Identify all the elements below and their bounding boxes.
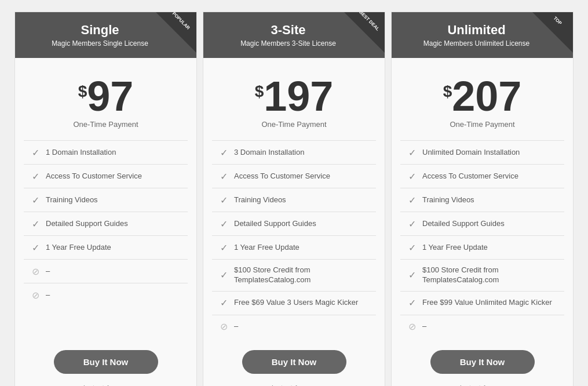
price-display: $207: [443, 75, 522, 117]
feature-item: ✓Access To Customer Service: [400, 164, 564, 188]
price-section: $197One-Time Payment: [243, 58, 345, 140]
feature-item: ✓$100 Store Credit from TemplatesCatalog…: [400, 259, 564, 291]
feature-item: ✓$100 Store Credit from TemplatesCatalog…: [212, 259, 376, 291]
feature-text: Detailed Support Guides: [46, 219, 182, 229]
features-list: ✓3 Domain Installation✓Access To Custome…: [203, 140, 385, 338]
check-icon: ✓: [406, 297, 418, 309]
disabled-icon: ⊘: [30, 289, 41, 301]
feature-text: –: [234, 322, 370, 332]
feature-text: $100 Store Credit from TemplatesCatalog.…: [422, 265, 558, 285]
feature-text: –: [46, 290, 182, 300]
check-icon: ✓: [406, 242, 418, 253]
plan-subtitle: Magic Members Single License: [27, 39, 173, 48]
badge-text: POPULAR: [169, 12, 193, 34]
btn-section: Buy It Now: [203, 338, 385, 380]
price-section: $207One-Time Payment: [432, 58, 534, 140]
feature-text: $100 Store Credit from TemplatesCatalog.…: [234, 265, 370, 285]
check-icon: ✓: [30, 147, 41, 158]
price-display: $197: [255, 75, 334, 117]
check-icon: ✓: [218, 194, 229, 206]
price-display: $97: [73, 75, 138, 117]
price-amount: 197: [264, 75, 333, 117]
check-icon: ✓: [30, 218, 41, 230]
disabled-icon: ⊘: [218, 321, 229, 333]
feature-item: ✓Training Videos: [400, 188, 564, 212]
feature-item: ⊘–: [24, 283, 188, 307]
feature-text: Access To Customer Service: [422, 172, 558, 181]
pricing-card-three-site: 3-SiteMagic Members 3-Site LicenseBEST D…: [203, 12, 385, 386]
card-header-single: SingleMagic Members Single LicensePOPULA…: [15, 12, 196, 58]
feature-text: 3 Domain Installation: [234, 148, 370, 158]
badge-ribbon: BEST DEAL: [344, 12, 385, 53]
feature-item: ✓Detailed Support Guides: [400, 212, 564, 235]
feature-item: ✓1 Year Free Update: [24, 235, 188, 259]
check-icon: ✓: [218, 270, 229, 281]
plan-subtitle: Magic Members Unlimited License: [403, 39, 550, 48]
feature-text: Training Videos: [46, 195, 182, 205]
check-icon: ✓: [406, 147, 418, 158]
check-icon: ✓: [406, 218, 418, 230]
feature-item: ✓1 Year Free Update: [212, 235, 376, 259]
feature-item: ✓Detailed Support Guides: [212, 212, 376, 235]
feature-text: 1 Year Free Update: [46, 243, 182, 253]
plan-name: Unlimited: [403, 23, 550, 38]
check-icon: ✓: [406, 270, 418, 281]
pricing-table: SingleMagic Members Single LicensePOPULA…: [12, 12, 576, 386]
plan-name: Single: [27, 23, 173, 38]
feature-item: ✓1 Year Free Update: [400, 235, 564, 259]
feature-text: 1 Domain Installation: [46, 148, 182, 158]
badge-text: BEST DEAL: [357, 12, 382, 34]
features-list: ✓Unlimited Domain Installation✓Access To…: [392, 140, 573, 338]
feature-text: Free $69 Value 3 Users Magic Kicker: [234, 298, 370, 308]
price-label: One-Time Payment: [255, 120, 334, 129]
plan-name: 3-Site: [215, 23, 361, 38]
buy-button-three-site[interactable]: Buy It Now: [242, 350, 346, 374]
feature-item: ✓Training Videos: [24, 188, 188, 212]
feature-item: ✓Detailed Support Guides: [24, 212, 188, 235]
feature-text: Detailed Support Guides: [234, 219, 370, 229]
feature-text: –: [422, 322, 558, 332]
dollar-sign: $: [255, 82, 264, 101]
check-icon: ✓: [30, 194, 41, 206]
buy-button-unlimited[interactable]: Buy It Now: [430, 350, 535, 374]
feature-item: ✓Access To Customer Service: [212, 164, 376, 188]
features-list: ✓1 Domain Installation✓Access To Custome…: [15, 140, 196, 338]
check-icon: ✓: [406, 194, 418, 206]
feature-text: –: [46, 267, 182, 276]
check-icon: ✓: [218, 170, 229, 182]
feature-item: ⊘–: [24, 259, 188, 283]
dollar-sign: $: [78, 82, 87, 101]
check-icon: ✓: [218, 147, 229, 158]
price-label: One-Time Payment: [73, 120, 138, 129]
check-icon: ✓: [218, 297, 229, 309]
feature-text: Training Videos: [422, 195, 558, 205]
check-icon: ✓: [30, 242, 41, 253]
badge-ribbon: TOP: [532, 12, 573, 53]
card-header-unlimited: UnlimitedMagic Members Unlimited License…: [392, 12, 573, 58]
feature-text: Detailed Support Guides: [422, 219, 558, 229]
feature-text: Access To Customer Service: [46, 172, 182, 181]
badge-ribbon: POPULAR: [156, 12, 196, 53]
price-section: $97One-Time Payment: [61, 58, 149, 140]
feature-text: Training Videos: [234, 195, 370, 205]
check-icon: ✓: [30, 170, 41, 182]
feature-item: ⊘–: [212, 315, 376, 338]
feature-item: ✓Access To Customer Service: [24, 164, 188, 188]
feature-item: ✓Training Videos: [212, 188, 376, 212]
price-amount: 207: [452, 75, 521, 117]
plan-subtitle: Magic Members 3-Site License: [215, 39, 361, 48]
disabled-icon: ⊘: [406, 321, 418, 333]
buy-button-single[interactable]: Buy It Now: [54, 350, 158, 374]
btn-section: Buy It Now: [392, 338, 573, 380]
check-icon: ✓: [406, 170, 418, 182]
price-amount: 97: [87, 75, 133, 117]
btn-section: Buy It Now: [15, 338, 196, 380]
check-icon: ✓: [218, 218, 229, 230]
feature-item: ✓Free $69 Value 3 Users Magic Kicker: [212, 291, 376, 315]
pricing-card-single: SingleMagic Members Single LicensePOPULA…: [14, 12, 197, 386]
price-label: One-Time Payment: [443, 120, 522, 129]
feature-text: 1 Year Free Update: [422, 243, 558, 253]
feature-item: ✓Free $99 Value Unlimited Magic Kicker: [400, 291, 564, 315]
feature-item: ⊘–: [400, 315, 564, 338]
dollar-sign: $: [443, 82, 452, 101]
